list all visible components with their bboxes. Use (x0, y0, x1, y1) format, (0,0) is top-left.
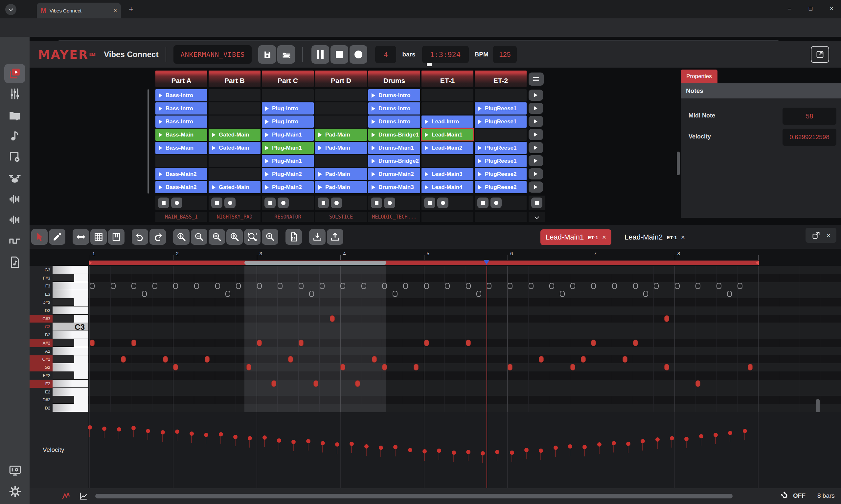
detach-window-icon[interactable] (811, 231, 821, 240)
tab-properties[interactable]: Properties (681, 70, 718, 83)
empty-clip-slot[interactable] (209, 102, 260, 114)
midi-note[interactable] (271, 380, 276, 387)
track-record-button[interactable] (437, 198, 448, 208)
sidebar-item-clip-recorder[interactable] (4, 147, 25, 166)
clip-plugreese2[interactable]: PlugReese2 (475, 181, 527, 193)
snap-state[interactable]: OFF (793, 492, 806, 499)
tool-zoom-horizontal-button[interactable] (209, 229, 225, 245)
empty-clip-slot[interactable] (315, 102, 367, 114)
velocity-dot[interactable] (161, 430, 165, 434)
velocity-dot[interactable] (612, 441, 616, 445)
velocity-dot[interactable] (146, 429, 150, 433)
sidebar-item-step-sequencer[interactable] (4, 231, 25, 250)
loop-length-value[interactable]: 8 bars (817, 492, 835, 499)
loop-bars-field[interactable]: 4 (375, 46, 396, 63)
track-name[interactable] (422, 212, 474, 222)
clip-gated-main[interactable]: Gated-Main (209, 129, 260, 141)
sidebar-item-settings[interactable] (4, 482, 25, 501)
loop-bar[interactable] (30, 260, 841, 266)
velocity-dot[interactable] (117, 427, 121, 431)
empty-clip-slot[interactable] (209, 115, 260, 128)
clip-plug-main1[interactable]: Plug-Main1 (262, 129, 314, 141)
velocity-dot[interactable] (510, 451, 514, 455)
tab-search-button[interactable] (5, 4, 16, 15)
midi-note[interactable] (355, 380, 360, 387)
tool-zoom-vertical-button[interactable] (226, 229, 243, 245)
velocity-dot[interactable] (452, 451, 456, 455)
track-record-button[interactable] (224, 198, 236, 208)
track-name[interactable]: RESONATOR (262, 212, 314, 222)
empty-clip-slot[interactable] (475, 89, 527, 102)
velocity-dot[interactable] (335, 442, 339, 447)
clip-bass-main[interactable]: Bass-Main (155, 129, 207, 141)
fullscreen-button[interactable] (811, 46, 829, 63)
midi-note[interactable] (696, 380, 700, 387)
open-project-button[interactable] (277, 45, 295, 64)
midi-note[interactable] (205, 356, 210, 363)
bpm-field[interactable]: 125 (493, 46, 517, 63)
window-maximize-button[interactable]: □ (809, 5, 812, 12)
velocity-lane[interactable] (88, 412, 841, 488)
save-button[interactable] (258, 45, 276, 64)
midi-note[interactable] (664, 315, 669, 322)
empty-clip-slot[interactable] (209, 168, 260, 180)
midi-note[interactable] (581, 356, 586, 363)
midi-note[interactable] (466, 340, 471, 346)
empty-clip-slot[interactable] (155, 155, 207, 167)
piano-key-b2[interactable] (53, 331, 88, 339)
editor-tab-close-icon[interactable]: × (602, 234, 606, 241)
clip-pad-main[interactable]: Pad-Main (315, 168, 367, 180)
velocity-dot[interactable] (277, 438, 281, 443)
clip-gated-main[interactable]: Gated-Main (209, 142, 260, 154)
piano-key-fs2[interactable] (53, 372, 88, 379)
record-button[interactable] (349, 45, 367, 64)
empty-clip-slot[interactable] (315, 155, 367, 167)
grid-menu-button[interactable] (529, 73, 544, 86)
track-name[interactable]: NIGHTSKY_PAD (209, 212, 260, 222)
velocity-dot[interactable] (524, 448, 529, 452)
scene-play-button[interactable] (529, 90, 543, 101)
midi-note-value-field[interactable]: 58 (783, 108, 836, 125)
clip-lead-intro[interactable]: Lead-Intro (422, 115, 474, 128)
sidebar-item-display[interactable] (4, 461, 25, 480)
clip-gated-main[interactable]: Gated-Main (209, 181, 260, 193)
velocity-dot[interactable] (175, 430, 179, 434)
clip-lead-main4[interactable]: Lead-Main4 (422, 181, 474, 193)
clip-bass-intro[interactable]: Bass-Intro (155, 102, 207, 114)
midi-note[interactable] (570, 364, 575, 371)
midi-note[interactable] (591, 340, 596, 346)
clip-drums-intro[interactable]: Drums-Intro (368, 102, 420, 114)
velocity-dot[interactable] (699, 434, 703, 438)
scene-play-button[interactable] (529, 181, 543, 193)
empty-clip-slot[interactable] (315, 89, 367, 102)
sidebar-item-midi-note[interactable] (4, 126, 25, 145)
velocity-dot[interactable] (640, 439, 645, 443)
tool-export-button[interactable] (327, 229, 343, 245)
midi-note[interactable] (382, 364, 387, 371)
clip-plug-main1[interactable]: Plug-Main1 (262, 142, 314, 154)
midi-note[interactable] (163, 356, 168, 363)
clip-bass-main2[interactable]: Bass-Main2 (155, 168, 207, 180)
loop-scroll-thumb[interactable] (244, 261, 386, 265)
midi-note[interactable] (372, 356, 377, 363)
velocity-dot[interactable] (437, 449, 441, 453)
tool-zoom-out-button[interactable] (191, 229, 207, 245)
clip-plugreese1[interactable]: PlugReese1 (475, 102, 527, 114)
browser-tab[interactable]: M Vibes Connect × (37, 3, 121, 18)
clip-plug-main2[interactable]: Plug-Main2 (262, 181, 314, 193)
clip-plug-intro[interactable]: Plug-Intro (262, 115, 314, 128)
song-position-field[interactable]: 1:3:924 (422, 46, 469, 63)
clip-bass-intro[interactable]: Bass-Intro (155, 115, 207, 128)
sidebar-item-midi-file[interactable] (4, 253, 25, 272)
midi-note[interactable] (257, 340, 262, 346)
midi-note[interactable] (633, 340, 638, 346)
piano-key-c3[interactable]: C3 (53, 323, 88, 330)
track-record-button[interactable] (384, 198, 395, 208)
piano-key-cs3[interactable] (53, 315, 88, 323)
midi-note[interactable] (414, 364, 418, 371)
stop-button[interactable] (330, 45, 348, 64)
velocity-dot[interactable] (262, 435, 267, 440)
velocity-dot[interactable] (597, 442, 601, 447)
clip-plug-main1[interactable]: Plug-Main1 (262, 155, 314, 167)
midi-note[interactable] (508, 364, 513, 371)
